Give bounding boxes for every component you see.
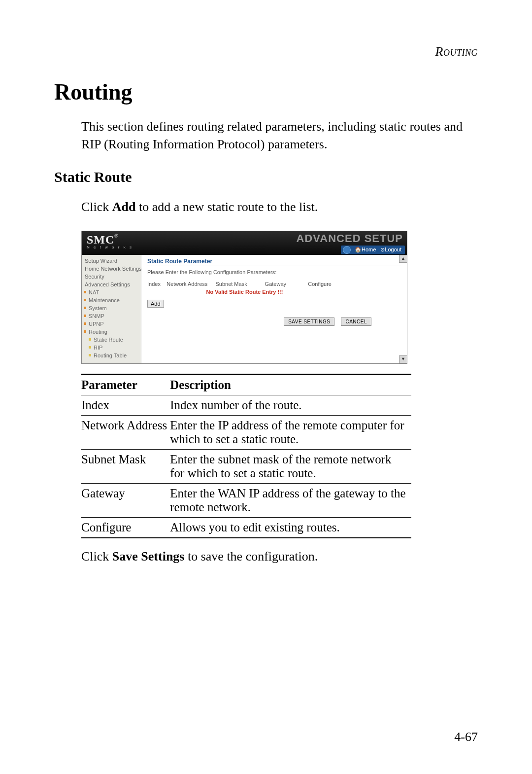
smc-logo: SMC® N e t w o r k s [87, 233, 133, 249]
sidebar-item-static-route[interactable]: Static Route [82, 336, 141, 344]
param-name: Gateway [81, 484, 170, 518]
running-head: Routing [435, 44, 478, 59]
page-container: Routing Routing This section defines rou… [0, 0, 532, 774]
subsection-title: Static Route [54, 169, 478, 185]
closing-paragraph: Click Save Settings to save the configur… [81, 549, 478, 564]
logo-text: SMC [87, 233, 114, 246]
table-header: Parameter Description [81, 375, 411, 395]
sub-intro-pre: Click [81, 200, 112, 214]
content-pane: ▲ Static Route Parameter Please Enter th… [141, 255, 407, 363]
sidebar: Setup Wizard Home Network Settings Secur… [82, 255, 141, 363]
content-instruction: Please Enter the Following Configuration… [147, 269, 401, 275]
scroll-down-icon[interactable]: ▼ [399, 355, 407, 363]
logout-link[interactable]: ⊘Logout [380, 246, 401, 252]
col-subnet-mask: Subnet Mask [209, 281, 254, 287]
sidebar-item-maintenance[interactable]: Maintenance [82, 296, 141, 304]
content-title: Static Route Parameter [147, 258, 401, 266]
param-name: Subnet Mask [81, 450, 170, 484]
closing-pre: Click [81, 549, 112, 563]
param-name: Configure [81, 518, 170, 538]
table-row: Configure Allows you to edit existing ro… [81, 518, 411, 538]
sidebar-item-security[interactable]: Security [82, 273, 141, 281]
add-button[interactable]: Add [147, 300, 164, 308]
sidebar-item-nat[interactable]: NAT [82, 288, 141, 296]
sidebar-item-rip[interactable]: RIP [82, 344, 141, 352]
action-row: SAVE SETTINGS CANCEL [147, 317, 401, 326]
param-desc: Allows you to edit existing routes. [170, 518, 411, 538]
intro-paragraph: This section defines routing related par… [81, 118, 478, 154]
parameter-description-table: Parameter Description Index Index number… [81, 374, 411, 538]
banner-title: ADVANCED SETUP [296, 232, 403, 245]
table-row: Network Address Enter the IP address of … [81, 416, 411, 450]
save-settings-button[interactable]: SAVE SETTINGS [284, 317, 334, 326]
sidebar-item-advanced[interactable]: Advanced Settings [82, 281, 141, 288]
table-header-row: Index Network Address Subnet Mask Gatewa… [147, 281, 401, 287]
col-index: Index [147, 281, 165, 287]
closing-bold: Save Settings [112, 549, 185, 563]
page-number: 4-67 [454, 730, 478, 744]
cancel-button[interactable]: CANCEL [341, 317, 371, 326]
screenshot-header: SMC® N e t w o r k s ADVANCED SETUP 🏠Hom… [82, 231, 407, 255]
no-valid-entry: No Valid Static Route Entry !!! [147, 289, 401, 295]
sidebar-item-snmp[interactable]: SNMP [82, 312, 141, 320]
th-parameter: Parameter [81, 375, 170, 395]
sidebar-item-routing[interactable]: Routing [82, 328, 141, 336]
sub-intro-post: to add a new static route to the list. [136, 200, 318, 214]
sub-intro-paragraph: Click Add to add a new static route to t… [81, 198, 478, 216]
sidebar-item-system[interactable]: System [82, 304, 141, 312]
col-configure: Configure [298, 281, 342, 287]
param-desc: Enter the WAN IP address of the gateway … [170, 484, 411, 518]
th-description: Description [170, 375, 411, 395]
scroll-up-icon[interactable]: ▲ [399, 255, 407, 263]
col-network-address: Network Address [165, 281, 209, 287]
sidebar-item-setup-wizard[interactable]: Setup Wizard [82, 257, 141, 265]
param-name: Index [81, 395, 170, 416]
table-row: Gateway Enter the WAN IP address of the … [81, 484, 411, 518]
param-desc: Index number of the route. [170, 395, 411, 416]
param-name: Network Address [81, 416, 170, 450]
param-desc: Enter the subnet mask of the remote netw… [170, 450, 411, 484]
globe-icon [343, 246, 351, 254]
col-gateway: Gateway [253, 281, 298, 287]
router-screenshot: SMC® N e t w o r k s ADVANCED SETUP 🏠Hom… [81, 231, 407, 364]
logo-subtext: N e t w o r k s [87, 245, 133, 249]
sidebar-item-upnp[interactable]: UPNP [82, 320, 141, 328]
sidebar-item-routing-table[interactable]: Routing Table [82, 352, 141, 359]
sidebar-item-home-network[interactable]: Home Network Settings [82, 265, 141, 273]
screenshot-body: Setup Wizard Home Network Settings Secur… [82, 255, 407, 363]
logo-reg: ® [114, 233, 118, 239]
home-link[interactable]: 🏠Home [355, 246, 376, 252]
section-title: Routing [54, 79, 478, 105]
header-links: 🏠Home ⊘Logout [341, 246, 405, 254]
param-desc: Enter the IP address of the remote compu… [170, 416, 411, 450]
table-row: Subnet Mask Enter the subnet mask of the… [81, 450, 411, 484]
closing-post: to save the configuration. [184, 549, 318, 563]
table-row: Index Index number of the route. [81, 395, 411, 416]
sub-intro-bold: Add [112, 200, 136, 214]
